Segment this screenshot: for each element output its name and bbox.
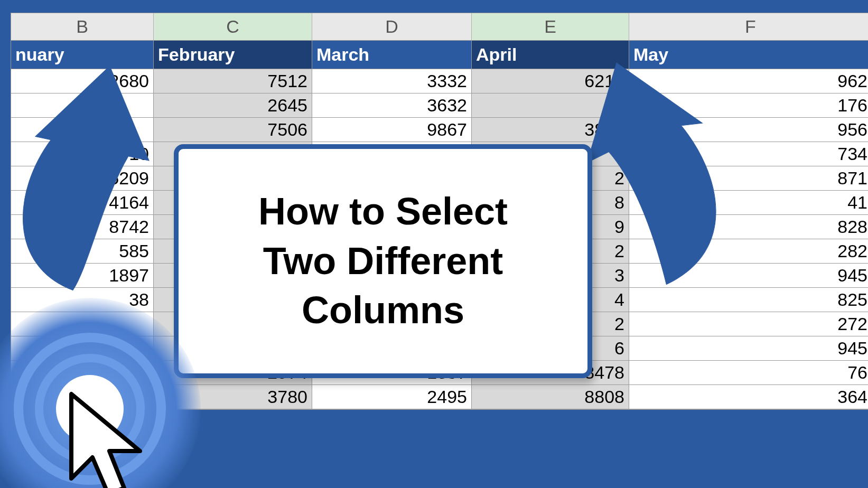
cell[interactable]: 2495 xyxy=(312,385,472,409)
logo xyxy=(0,298,201,488)
cell[interactable]: 945 xyxy=(629,336,868,361)
column-header-row: B C D E F xyxy=(11,13,867,41)
cell[interactable]: 3632 xyxy=(312,93,472,118)
cell[interactable]: 272 xyxy=(629,312,868,336)
cell[interactable]: 76 xyxy=(629,361,868,385)
cell[interactable]: 7512 xyxy=(154,69,312,93)
cell[interactable]: 364 xyxy=(629,385,868,409)
col-header-d[interactable]: D xyxy=(312,13,472,41)
col-header-c[interactable]: C xyxy=(154,13,312,41)
col-header-f[interactable]: F xyxy=(629,13,868,41)
title-line1: How to Select xyxy=(258,190,508,232)
cursor-icon xyxy=(61,389,161,488)
cell[interactable]: 7506 xyxy=(154,118,312,142)
col-header-e[interactable]: E xyxy=(472,13,629,41)
header-march[interactable]: March xyxy=(312,41,472,69)
title-line2: Two Different xyxy=(263,240,503,282)
cell[interactable]: 3332 xyxy=(312,69,472,93)
cell[interactable]: 2645 xyxy=(154,93,312,118)
arrow-left-icon xyxy=(12,58,160,301)
title-card: How to Select Two Different Columns xyxy=(174,144,592,378)
col-header-b[interactable]: B xyxy=(11,13,154,41)
title-text: How to Select Two Different Columns xyxy=(258,187,508,335)
title-line3: Columns xyxy=(302,289,464,331)
cell[interactable]: 8808 xyxy=(472,385,629,409)
header-february[interactable]: February xyxy=(154,41,312,69)
cell[interactable]: 9867 xyxy=(312,118,472,142)
